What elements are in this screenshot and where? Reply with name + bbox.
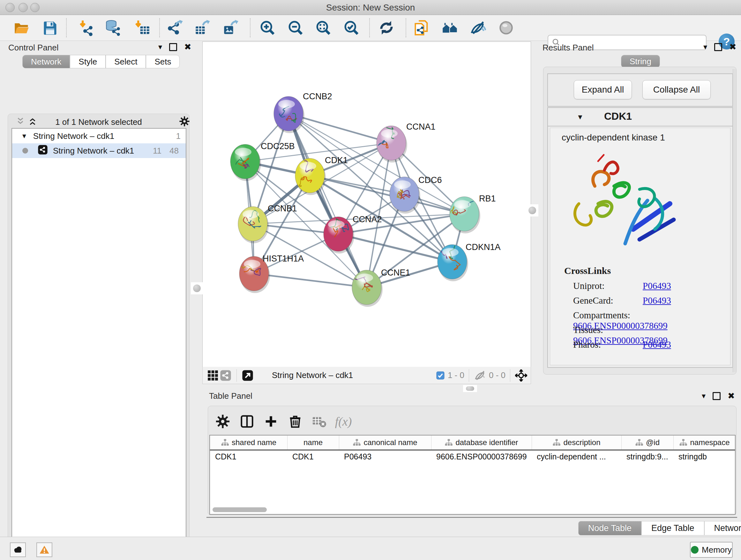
table-horizontal-scrollbar[interactable] xyxy=(212,507,267,512)
zoom-in-icon[interactable] xyxy=(259,19,276,37)
export-table-icon[interactable] xyxy=(194,19,212,37)
tab-style[interactable]: Style xyxy=(70,55,106,68)
function-builder-icon[interactable]: f(x) xyxy=(335,413,352,430)
crosslink-link[interactable]: P06493 xyxy=(643,339,671,350)
hide-panels-icon[interactable] xyxy=(469,19,487,37)
column-header-description[interactable]: description xyxy=(532,435,622,449)
network-collection-row[interactable]: ▼ String Network – cdk1 1 xyxy=(12,129,186,143)
node-label-CCNA2: CCNA2 xyxy=(353,214,382,224)
table-cell[interactable]: stringdb xyxy=(678,452,733,461)
network-graph[interactable]: CCNB2 CCNA1 CDC25B CDK1 CDC6 RB1 xyxy=(203,42,531,367)
close-panel-icon[interactable]: ✖ xyxy=(728,391,735,401)
column-header-database-identifier[interactable]: database identifier xyxy=(431,435,532,449)
zoom-fit-icon[interactable] xyxy=(314,19,332,37)
gene-expander-icon[interactable]: ▼ xyxy=(577,113,584,121)
node-CDC6[interactable]: CDC6 xyxy=(390,175,442,213)
zoom-selected-icon[interactable] xyxy=(342,19,360,37)
tab-string[interactable]: String xyxy=(621,55,660,68)
panel-menu-icon[interactable]: ▾ xyxy=(703,43,707,51)
network-view-canvas[interactable]: CCNB2 CCNA1 CDC25B CDK1 CDC6 RB1 xyxy=(202,42,531,367)
node-CCNE1[interactable]: CCNE1 xyxy=(352,268,410,307)
crosslink-link[interactable]: P06493 xyxy=(643,281,671,291)
float-panel-icon[interactable] xyxy=(714,43,722,51)
crosslink-row: Tissues:9606.ENSP00000378699 xyxy=(573,325,726,339)
gene-section-header[interactable]: ▼ CDK1 xyxy=(548,108,732,126)
show-panels-icon[interactable] xyxy=(497,19,515,37)
table-cell[interactable]: 9606.ENSP00000378699 xyxy=(436,452,529,461)
string-view-icon[interactable] xyxy=(219,369,232,382)
delete-column-icon[interactable] xyxy=(287,413,304,430)
results-buttons-box: Expand All Collapse All xyxy=(547,73,733,107)
delete-table-icon[interactable] xyxy=(311,413,327,430)
node-CDKN1A[interactable]: CDKN1A xyxy=(436,242,501,281)
network-row-selected[interactable]: String Network – cdk1 11 48 xyxy=(12,143,186,158)
column-type-icon xyxy=(635,438,643,447)
results-scrollbar[interactable] xyxy=(733,69,736,372)
memory-button[interactable]: Memory xyxy=(690,542,733,558)
column-header-namespace[interactable]: namespace xyxy=(673,435,736,449)
save-session-icon[interactable] xyxy=(41,19,59,37)
refresh-icon[interactable] xyxy=(378,19,395,37)
close-panel-icon[interactable]: ✖ xyxy=(729,42,737,52)
collection-expander-icon[interactable]: ▼ xyxy=(21,132,27,140)
add-column-icon[interactable] xyxy=(263,413,279,430)
table-cell[interactable]: CDK1 xyxy=(292,452,336,461)
close-panel-icon[interactable]: ✖ xyxy=(184,42,192,52)
edge-HIST1H1A-CCNE1[interactable] xyxy=(254,273,367,287)
crosslink-label: Pharos: xyxy=(573,339,643,350)
cloud-status-button[interactable] xyxy=(10,543,26,557)
float-panel-icon[interactable] xyxy=(713,392,721,400)
export-image-icon[interactable] xyxy=(222,19,240,37)
table-cell[interactable]: CDK1 xyxy=(215,452,285,461)
node-table[interactable]: shared namenamecanonical namedatabase id… xyxy=(209,435,736,515)
node-CCNB1[interactable]: CCNB1 xyxy=(238,204,297,243)
gene-details: cyclin-dependent kinase 1 xyxy=(550,128,731,365)
node-HIST1H1A[interactable]: HIST1H1A xyxy=(239,254,304,293)
tab-select[interactable]: Select xyxy=(106,55,146,68)
navigate-crosshair-icon[interactable] xyxy=(515,369,528,382)
import-database-icon[interactable] xyxy=(104,19,122,37)
tab-network[interactable]: Network xyxy=(22,55,70,68)
table-options-gear-icon[interactable] xyxy=(214,413,231,430)
panel-menu-icon[interactable]: ▾ xyxy=(158,43,162,51)
column-header-canonical-name[interactable]: canonical name xyxy=(339,435,431,449)
birds-eye-view-icon[interactable] xyxy=(206,369,219,382)
collapse-all-button[interactable]: Collapse All xyxy=(643,80,711,99)
open-in-new-window-icon[interactable] xyxy=(241,369,254,382)
hidden-elements-icon[interactable] xyxy=(474,369,486,382)
string-results-box: Expand All Collapse All ▼ CDK1 cyclin-de… xyxy=(543,67,737,374)
import-table-icon[interactable] xyxy=(133,19,151,37)
table-cell[interactable]: cyclin-dependent ... xyxy=(537,452,619,461)
column-header-shared-name[interactable]: shared name xyxy=(210,435,287,449)
show-column-panel-icon[interactable] xyxy=(239,413,255,430)
table-cell[interactable]: stringdb:9... xyxy=(626,452,671,461)
network-label: String Network – cdk1 xyxy=(53,146,134,156)
panel-menu-icon[interactable]: ▾ xyxy=(702,391,705,400)
float-panel-icon[interactable] xyxy=(169,43,177,51)
crosslinks-list: Uniprot:P06493GeneCard:P06493Compartment… xyxy=(573,281,726,354)
export-network-icon[interactable] xyxy=(166,19,185,37)
column-header--id[interactable]: @id xyxy=(621,435,674,449)
tab-sets[interactable]: Sets xyxy=(146,55,180,68)
tab-edge-table[interactable]: Edge Table xyxy=(642,521,704,536)
crosslink-link[interactable]: P06493 xyxy=(643,295,671,306)
import-network-icon[interactable] xyxy=(77,19,95,37)
left-splitter-handle[interactable] xyxy=(191,282,203,294)
tab-node-table[interactable]: Node Table xyxy=(578,521,642,536)
network-options-gear-icon[interactable] xyxy=(179,116,190,128)
tab-network-table[interactable]: Network Table xyxy=(704,521,741,536)
string-home-icon[interactable] xyxy=(441,19,459,37)
toolbar-separator xyxy=(159,18,160,37)
node-CCNA1[interactable]: CCNA1 xyxy=(377,122,435,163)
zoom-out-icon[interactable] xyxy=(286,19,305,37)
node-RB1[interactable]: RB1 xyxy=(448,193,496,233)
control-panel-controls: ▾ ✖ xyxy=(158,42,192,52)
selected-nodes-checkbox[interactable] xyxy=(435,369,445,382)
clone-network-icon[interactable] xyxy=(413,19,430,37)
node-CDK1[interactable]: CDK1 xyxy=(295,155,348,195)
column-header-name[interactable]: name xyxy=(287,435,339,449)
open-file-icon[interactable] xyxy=(13,19,30,37)
expand-all-button[interactable]: Expand All xyxy=(574,80,632,99)
warning-status-button[interactable] xyxy=(37,543,52,557)
table-cell[interactable]: P06493 xyxy=(344,452,428,461)
